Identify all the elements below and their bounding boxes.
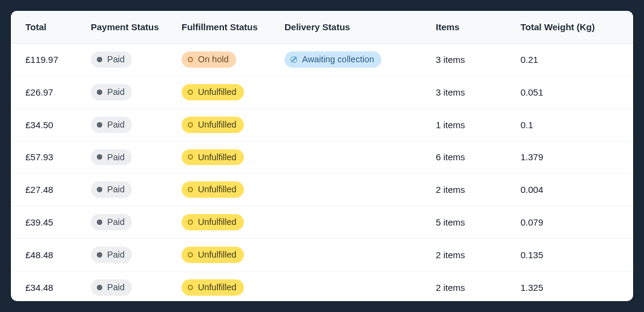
fulfillment-status-badge: Unfulfilled: [182, 84, 244, 100]
delivery-status-badge: Awaiting collection: [284, 51, 381, 68]
ring-icon: [188, 285, 193, 290]
cell-weight: 0.1: [513, 108, 633, 141]
cell-total: £34.50: [11, 108, 84, 141]
table-row[interactable]: £27.48PaidUnfulfilled2 items0.004: [11, 174, 633, 206]
cell-payment: Paid: [84, 108, 174, 141]
cell-fulfillment: Unfulfilled: [174, 271, 277, 301]
cell-items: 2 items: [429, 239, 513, 271]
payment-status-label: Paid: [107, 282, 125, 293]
cell-delivery: [277, 108, 429, 141]
cell-payment: Paid: [84, 76, 174, 108]
dot-icon: [97, 187, 102, 192]
ring-icon: [188, 154, 193, 160]
cell-total: £39.45: [11, 206, 84, 239]
dot-icon: [97, 219, 102, 225]
ring-icon: [188, 219, 193, 225]
cell-total: £26.97: [11, 76, 84, 108]
cell-fulfillment: Unfulfilled: [174, 206, 277, 239]
table-row[interactable]: £34.48PaidUnfulfilled2 items1.325: [11, 271, 633, 301]
cell-payment: Paid: [84, 141, 174, 174]
fulfillment-status-label: Unfulfilled: [198, 184, 237, 195]
blocked-icon: [291, 56, 297, 63]
cell-delivery: [277, 271, 429, 301]
fulfillment-status-label: Unfulfilled: [198, 216, 237, 228]
table-row[interactable]: £57.93PaidUnfulfilled6 items1.379: [11, 141, 633, 174]
cell-total: £48.48: [11, 239, 84, 271]
cell-weight: 0.079: [513, 206, 633, 239]
ring-icon: [188, 187, 193, 192]
cell-weight: 0.004: [513, 174, 633, 206]
fulfillment-status-badge: Unfulfilled: [182, 214, 244, 230]
fulfillment-status-label: Unfulfilled: [198, 282, 237, 293]
cell-items: 3 items: [429, 44, 513, 76]
col-header-payment[interactable]: Payment Status: [84, 11, 174, 44]
payment-status-badge: Paid: [91, 149, 132, 166]
payment-status-badge: Paid: [91, 51, 132, 68]
fulfillment-status-badge: Unfulfilled: [182, 279, 244, 296]
col-header-delivery[interactable]: Delivery Status: [277, 11, 429, 44]
cell-total: £119.97: [11, 44, 84, 76]
payment-status-badge: Paid: [91, 117, 132, 133]
cell-fulfillment: Unfulfilled: [174, 174, 277, 206]
cell-delivery: [277, 76, 429, 108]
table-row[interactable]: £39.45PaidUnfulfilled5 items0.079: [11, 206, 633, 239]
cell-fulfillment: On hold: [174, 44, 277, 76]
cell-payment: Paid: [84, 271, 174, 301]
payment-status-badge: Paid: [91, 181, 132, 198]
cell-delivery: Awaiting collection: [277, 44, 429, 76]
col-header-items[interactable]: Items: [429, 11, 513, 44]
ring-icon: [188, 57, 193, 62]
fulfillment-status-label: Unfulfilled: [198, 86, 237, 98]
payment-status-label: Paid: [107, 119, 125, 131]
table-row[interactable]: £48.48PaidUnfulfilled2 items0.135: [11, 239, 633, 271]
table-header-row: Total Payment Status Fulfillment Status …: [11, 11, 633, 44]
cell-weight: 0.135: [513, 239, 633, 271]
table-row[interactable]: £119.97PaidOn holdAwaiting collection3 i…: [11, 44, 633, 76]
fulfillment-status-badge: Unfulfilled: [182, 117, 244, 133]
payment-status-label: Paid: [107, 152, 125, 163]
cell-delivery: [277, 174, 429, 206]
cell-items: 5 items: [429, 206, 513, 239]
cell-items: 1 items: [429, 108, 513, 141]
table-row[interactable]: £26.97PaidUnfulfilled3 items0.051: [11, 76, 633, 108]
payment-status-label: Paid: [107, 86, 125, 98]
dot-icon: [97, 122, 102, 128]
delivery-status-label: Awaiting collection: [302, 54, 374, 65]
fulfillment-status-badge: Unfulfilled: [182, 181, 244, 198]
payment-status-label: Paid: [107, 216, 125, 228]
cell-fulfillment: Unfulfilled: [174, 141, 277, 174]
cell-payment: Paid: [84, 206, 174, 239]
cell-delivery: [277, 239, 429, 271]
fulfillment-status-badge: Unfulfilled: [182, 247, 244, 263]
cell-weight: 0.051: [513, 76, 633, 108]
table-row[interactable]: £34.50PaidUnfulfilled1 items0.1: [11, 108, 633, 141]
ring-icon: [188, 89, 193, 95]
dot-icon: [97, 57, 102, 62]
cell-items: 3 items: [429, 76, 513, 108]
ring-icon: [188, 252, 193, 258]
orders-table-card: Total Payment Status Fulfillment Status …: [11, 11, 633, 301]
col-header-fulfillment[interactable]: Fulfillment Status: [174, 11, 277, 44]
cell-items: 2 items: [429, 271, 513, 301]
col-header-total[interactable]: Total: [11, 11, 84, 44]
cell-weight: 1.325: [513, 271, 633, 301]
fulfillment-status-label: Unfulfilled: [198, 119, 237, 131]
cell-delivery: [277, 141, 429, 174]
cell-fulfillment: Unfulfilled: [174, 108, 277, 141]
dot-icon: [97, 285, 102, 290]
fulfillment-status-badge: Unfulfilled: [182, 149, 244, 166]
payment-status-label: Paid: [107, 249, 125, 261]
cell-items: 6 items: [429, 141, 513, 174]
payment-status-badge: Paid: [91, 279, 132, 296]
fulfillment-status-label: Unfulfilled: [198, 249, 237, 261]
cell-fulfillment: Unfulfilled: [174, 76, 277, 108]
payment-status-label: Paid: [107, 184, 125, 195]
payment-status-label: Paid: [107, 54, 125, 65]
cell-payment: Paid: [84, 44, 174, 76]
fulfillment-status-badge: On hold: [182, 51, 236, 68]
payment-status-badge: Paid: [91, 247, 132, 263]
orders-table: Total Payment Status Fulfillment Status …: [11, 11, 633, 301]
col-header-weight[interactable]: Total Weight (Kg): [513, 11, 633, 44]
dot-icon: [97, 154, 102, 160]
payment-status-badge: Paid: [91, 84, 132, 100]
